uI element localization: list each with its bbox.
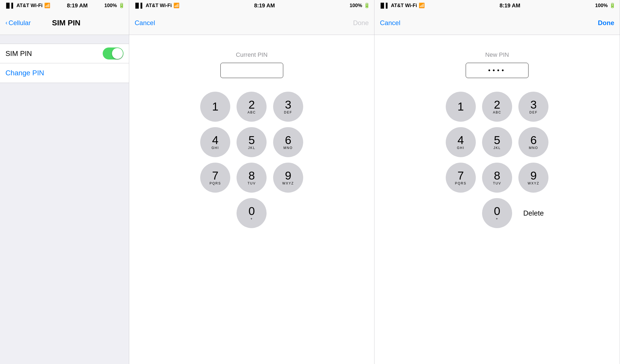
current-pin-panel: ▐▌▌ AT&T Wi-Fi 📶 8:19 AM 100% 🔋 Cancel D… [129, 0, 374, 364]
sim-pin-row: SIM PIN [0, 44, 129, 63]
change-pin-row[interactable]: Change PIN [0, 63, 129, 83]
status-bar-2: ▐▌▌ AT&T Wi-Fi 📶 8:19 AM 100% 🔋 [129, 0, 374, 11]
chevron-left-icon: ‹ [5, 19, 7, 26]
new-pin-label: New PIN [485, 51, 509, 58]
key-6-2[interactable]: 6 MNO [273, 127, 303, 157]
nav-bar-1: ‹ Cellular SIM PIN [0, 11, 129, 35]
nav-bar-2: Cancel Done [129, 11, 374, 35]
key-1-3[interactable]: 1 [446, 92, 476, 122]
battery-3: 100% [595, 3, 608, 8]
numpad-2: 1 2 ABC 3 DEF 4 GHI 5 JKL 6 MNO [184, 92, 320, 228]
new-pin-value: •••• [488, 67, 506, 74]
delete-button-3[interactable]: Delete [518, 198, 548, 228]
done-button-2[interactable]: Done [353, 19, 369, 27]
numpad-3: 1 2 ABC 3 DEF 4 GHI 5 JKL 6 MNO [429, 92, 565, 228]
key-4-3[interactable]: 4 GHI [446, 127, 476, 157]
time-1: 8:19 AM [67, 2, 88, 9]
current-pin-label: Current PIN [236, 51, 267, 58]
status-right-3: 100% 🔋 [595, 2, 615, 8]
key-8-2[interactable]: 8 TUV [237, 163, 267, 193]
battery-1: 100% [104, 3, 117, 8]
wifi-icon-2: 📶 [173, 2, 179, 8]
back-label-1: Cellular [8, 19, 31, 27]
battery-icon-3: 🔋 [609, 2, 615, 8]
sim-pin-settings-panel: ▐▌▌ AT&T Wi-Fi 📶 8:19 AM 100% 🔋 ‹ Cellul… [0, 0, 129, 364]
key-3-2[interactable]: 3 DEF [273, 92, 303, 122]
status-bar-1: ▐▌▌ AT&T Wi-Fi 📶 8:19 AM 100% 🔋 [0, 0, 129, 11]
key-7-3[interactable]: 7 PQRS [446, 163, 476, 193]
carrier-1: AT&T Wi-Fi [16, 3, 42, 8]
status-left-3: ▐▌▌ AT&T Wi-Fi 📶 [379, 2, 425, 8]
sim-pin-toggle[interactable] [103, 47, 123, 59]
done-button-3[interactable]: Done [598, 19, 614, 27]
sim-pin-label: SIM PIN [5, 49, 32, 58]
time-3: 8:19 AM [500, 2, 520, 9]
signal-icon-2: ▐▌▌ [134, 3, 144, 8]
new-pin-content: New PIN •••• 1 2 ABC 3 DEF 4 GHI 5 JKL [374, 35, 620, 228]
battery-icon-2: 🔋 [364, 2, 370, 8]
new-pin-input[interactable]: •••• [466, 63, 529, 78]
carrier-3: AT&T Wi-Fi [391, 3, 417, 8]
key-5-2[interactable]: 5 JKL [237, 127, 267, 157]
nav-bar-3: Cancel Done [374, 11, 620, 35]
back-button-1[interactable]: ‹ Cellular [5, 19, 31, 27]
cancel-button-2[interactable]: Cancel [135, 19, 155, 27]
current-pin-content: Current PIN 1 2 ABC 3 DEF 4 GHI 5 JKL [129, 35, 374, 228]
change-pin-link[interactable]: Change PIN [5, 69, 44, 77]
nav-title-1: SIM PIN [52, 19, 80, 27]
key-9-3[interactable]: 9 WXYZ [518, 163, 548, 193]
status-bar-3: ▐▌▌ AT&T Wi-Fi 📶 8:19 AM 100% 🔋 [374, 0, 620, 11]
key-4-2[interactable]: 4 GHI [200, 127, 230, 157]
key-3-3[interactable]: 3 DEF [518, 92, 548, 122]
key-7-2[interactable]: 7 PQRS [200, 163, 230, 193]
signal-icon-3: ▐▌▌ [379, 3, 389, 8]
signal-icon-1: ▐▌▌ [4, 3, 15, 8]
key-9-2[interactable]: 9 WXYZ [273, 163, 303, 193]
cancel-button-3[interactable]: Cancel [380, 19, 400, 27]
time-2: 8:19 AM [254, 2, 275, 9]
status-right-1: 100% 🔋 [104, 2, 125, 8]
toggle-knob [112, 48, 123, 59]
new-pin-panel: ▐▌▌ AT&T Wi-Fi 📶 8:19 AM 100% 🔋 Cancel D… [374, 0, 620, 364]
settings-section: SIM PIN Change PIN [0, 44, 129, 83]
key-0-2[interactable]: 0 + [237, 198, 267, 228]
key-6-3[interactable]: 6 MNO [518, 127, 548, 157]
key-8-3[interactable]: 8 TUV [482, 163, 512, 193]
current-pin-input[interactable] [220, 63, 283, 78]
key-1-2[interactable]: 1 [200, 92, 230, 122]
carrier-2: AT&T Wi-Fi [146, 3, 172, 8]
battery-icon-1: 🔋 [119, 2, 125, 8]
battery-2: 100% [350, 3, 362, 8]
wifi-icon-1: 📶 [44, 2, 50, 8]
wifi-icon-3: 📶 [419, 2, 425, 8]
key-5-3[interactable]: 5 JKL [482, 127, 512, 157]
key-2-3[interactable]: 2 ABC [482, 92, 512, 122]
key-2-2[interactable]: 2 ABC [237, 92, 267, 122]
status-left-1: ▐▌▌ AT&T Wi-Fi 📶 [4, 2, 50, 8]
key-0-3[interactable]: 0 + [482, 198, 512, 228]
status-left-2: ▐▌▌ AT&T Wi-Fi 📶 [134, 2, 179, 8]
status-right-2: 100% 🔋 [350, 2, 370, 8]
